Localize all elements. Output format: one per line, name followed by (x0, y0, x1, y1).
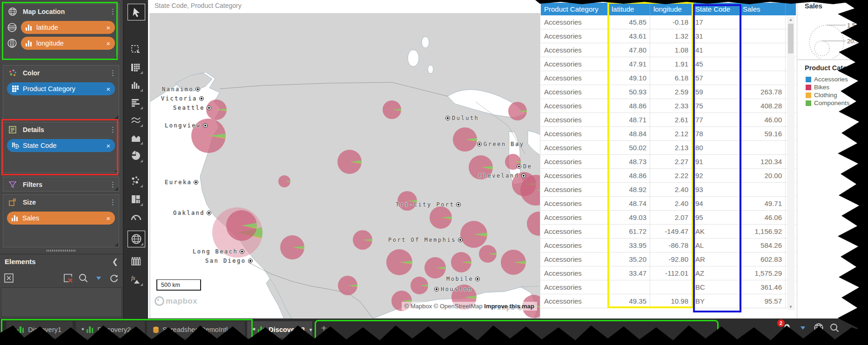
pie-bubble[interactable] (424, 257, 446, 279)
area-chart-tool[interactable] (128, 130, 144, 146)
resize-corner[interactable] (114, 187, 118, 191)
resize-corner[interactable] (114, 115, 118, 119)
clear-selection-icon[interactable] (63, 273, 73, 283)
sidebar-splitter-handle[interactable] (47, 250, 76, 252)
pie-bubble[interactable] (337, 150, 362, 174)
column-header-sales[interactable]: Sales (740, 3, 786, 15)
field-pill-sales[interactable]: Sales× (7, 212, 115, 225)
pie-bubble[interactable] (353, 230, 372, 250)
add-element-tool[interactable] (128, 24, 144, 40)
small-multiples-tool[interactable] (128, 253, 144, 269)
table-cell: -149.47 (650, 225, 692, 238)
mapbox-logo[interactable]: mapbox (155, 296, 197, 306)
field-pill-longitude[interactable]: longitude× (21, 37, 115, 50)
column-header-latitude[interactable]: latitude (608, 3, 650, 15)
table-cell: 43.61 (608, 29, 650, 43)
pie-bubble[interactable] (430, 206, 452, 229)
scrollbar-thumb[interactable] (788, 24, 794, 53)
pie-bubble[interactable] (383, 100, 401, 119)
remove-field-icon[interactable]: × (103, 214, 110, 222)
add-tab-button[interactable]: + (321, 323, 327, 334)
column-chart-tool[interactable] (128, 77, 144, 93)
tab-menu-caret-icon[interactable]: ▼ (309, 327, 313, 332)
table-cell: 2.59 (650, 85, 692, 99)
caret-down-icon[interactable] (94, 273, 104, 283)
remove-field-icon[interactable]: × (103, 85, 110, 93)
gauge-tool[interactable] (128, 210, 144, 226)
scroll-down-icon[interactable]: ▼ (787, 304, 794, 310)
panel-menu-details[interactable]: ⋮ (109, 128, 116, 131)
table-cell: 48.84 (608, 127, 650, 140)
field-pill-product-category[interactable]: Product Category× (7, 82, 115, 95)
pie-bubble[interactable] (280, 235, 304, 259)
resize-corner[interactable] (114, 243, 118, 246)
pie-bubble[interactable] (453, 127, 477, 152)
table-cell: 263.78 (740, 85, 786, 99)
marquee-select-tool[interactable] (128, 42, 144, 58)
panel-title-filters: Filters (23, 181, 109, 188)
resize-corner[interactable] (114, 168, 118, 172)
pie-bubble[interactable] (226, 210, 257, 241)
legend-item-bikes[interactable]: Bikes (806, 83, 850, 91)
remove-field-icon[interactable]: × (103, 142, 110, 150)
table-element-tool[interactable] (128, 60, 144, 75)
scroll-up-icon[interactable]: ▲ (787, 16, 794, 23)
line-chart-tool[interactable] (128, 113, 144, 128)
pie-bubble[interactable] (479, 245, 497, 263)
pie-bubble[interactable] (451, 252, 471, 272)
bell-icon[interactable]: 2 (782, 323, 792, 333)
tab-discovery2[interactable]: *Discovery2 (76, 321, 145, 338)
field-pill-latitude[interactable]: latitude× (21, 21, 115, 34)
column-header-product-category[interactable]: Product Category (541, 3, 608, 15)
box-x-icon[interactable] (4, 273, 14, 283)
table-cell: 47.80 (608, 43, 650, 57)
panel-header-filters: Filters⋮ (3, 177, 119, 192)
resize-corner[interactable] (114, 55, 118, 59)
pie-bubble[interactable] (460, 221, 487, 248)
pie-bubble[interactable] (338, 276, 357, 295)
panel-menu-filters[interactable]: ⋮ (109, 183, 116, 186)
column-header-longitude[interactable]: longitude (650, 3, 692, 15)
table-cell: Accessories (541, 141, 608, 154)
function-tool[interactable]: fx (128, 272, 144, 287)
refresh-icon[interactable] (109, 273, 119, 283)
chevron-left-icon[interactable]: ❮ (112, 257, 118, 266)
tab-spreadsheetdemointl[interactable]: SpreadsheetDemoIntl (147, 321, 245, 338)
panel-menu-color[interactable]: ⋮ (109, 72, 116, 74)
city-label: Long Beach (193, 248, 246, 255)
pie-bubble[interactable] (386, 249, 412, 275)
globe-icon[interactable] (814, 323, 824, 333)
remove-field-icon[interactable]: × (103, 24, 110, 32)
field-row: latitude× (7, 21, 115, 34)
tab-discovery8[interactable]: *Discovery8▼ (247, 321, 312, 338)
field-pill-state-code[interactable]: State Code× (7, 139, 115, 152)
table-cell: 77 (692, 113, 740, 126)
legend-item-accessories[interactable]: Accessories (806, 75, 850, 83)
tab-discovery1[interactable]: *Discovery1 (7, 321, 73, 338)
scatter-chart-tool[interactable] (128, 173, 144, 189)
panel-menu-size[interactable]: ⋮ (109, 201, 116, 204)
pie-bubble[interactable] (278, 175, 290, 187)
pie-chart-tool[interactable] (128, 148, 144, 164)
table-cell: AR (692, 252, 740, 266)
improve-map-link[interactable]: Improve this map (484, 303, 534, 310)
treemap-tool[interactable] (128, 192, 144, 207)
cursor-tool[interactable] (128, 4, 145, 20)
legend-item-components[interactable]: Components (806, 99, 850, 107)
column-header-state-code[interactable]: State Code (692, 3, 740, 15)
pie-bubble[interactable] (501, 250, 526, 275)
map-tool[interactable] (128, 231, 145, 247)
remove-field-icon[interactable]: × (103, 40, 110, 47)
caret-down-icon[interactable] (798, 323, 808, 333)
table-scrollbar[interactable]: ▲▼ (787, 16, 794, 310)
search-icon[interactable] (78, 273, 88, 283)
map-canvas[interactable]: NanaimoVictoriaSeattleLongviewEurekaOakl… (149, 13, 540, 319)
bar-chart-tool[interactable] (128, 95, 144, 111)
pie-bubble[interactable] (508, 102, 527, 120)
search-icon[interactable] (829, 323, 840, 333)
panel-menu-map-location[interactable]: ⋮ (109, 10, 116, 13)
city-label: Longview (165, 122, 209, 129)
table-cell: 50.93 (608, 85, 650, 99)
pie-bubble[interactable] (410, 277, 428, 294)
legend-item-clothing[interactable]: Clothing (806, 91, 850, 99)
